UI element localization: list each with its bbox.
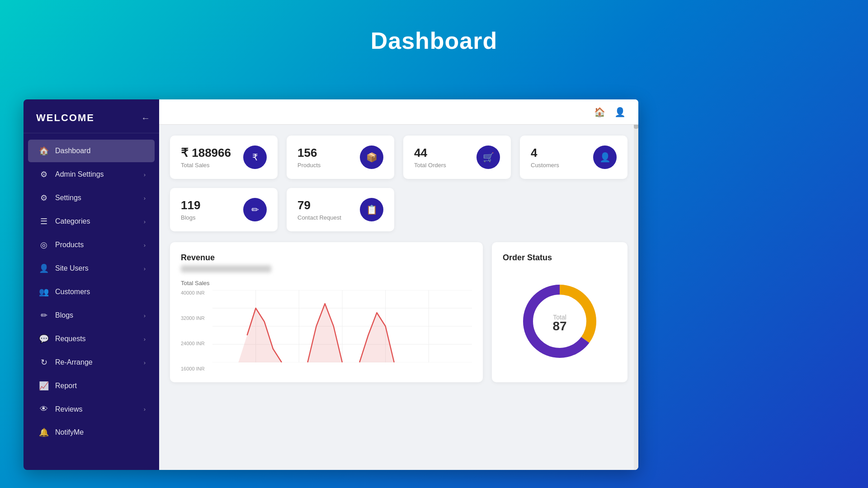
stat-value2-blogs: 119 [181,198,200,212]
nav-label-categories: Categories [55,217,90,225]
stat-cards-row-2: 119 Blogs ✏ 79 Contact Request 📋 [170,188,627,231]
stat-card2-blogs: 119 Blogs ✏ [170,188,278,231]
stat-label-products: Products [297,162,321,169]
user-icon[interactable]: 👤 [614,107,626,117]
sidebar-item-products[interactable]: ◎ Products › [28,234,155,256]
sidebar-item-categories[interactable]: ☰ Categories › [28,210,155,233]
sidebar-item-re-arrange[interactable]: ↻ Re-Arrange › [28,351,155,374]
nav-item-left: ⚙ Admin Settings [39,169,104,179]
nav-icon-requests: 💬 [39,334,49,344]
stat-card-customers: 4 Customers 👤 [520,136,627,179]
nav-chevron-reviews: › [144,406,146,413]
nav-chevron-re-arrange: › [144,359,146,366]
stat-label2-blogs: Blogs [181,214,200,221]
stat-card-total-orders: 44 Total Orders 🛒 [403,136,511,179]
nav-icon-admin-settings: ⚙ [39,169,49,179]
scrollbar-track[interactable] [634,99,638,470]
nav-label-products: Products [55,241,84,249]
revenue-sub-label: Total Sales [181,280,472,286]
stat-icon2-contact-request: 📋 [360,198,383,221]
nav-chevron-site-users: › [144,265,146,272]
sidebar-item-admin-settings[interactable]: ⚙ Admin Settings › [28,163,155,186]
nav-label-settings: Settings [55,194,81,202]
nav-label-customers: Customers [55,288,90,296]
sidebar-back-icon[interactable]: ← [141,113,150,123]
sidebar-item-dashboard[interactable]: 🏠 Dashboard [28,140,155,162]
stat-info2-contact-request: 79 Contact Request [297,198,341,221]
nav-icon-customers: 👥 [39,287,49,297]
stat-icon-total-orders: 🛒 [476,145,500,169]
sidebar-item-report[interactable]: 📈 Report [28,375,155,397]
nav-item-left: 👥 Customers [39,287,90,297]
stat-label-customers: Customers [531,162,559,169]
nav-icon-settings: ⚙ [39,193,49,203]
nav-item-left: ◎ Products [39,240,84,250]
stat-value-products: 156 [297,146,321,160]
nav-item-left: ☰ Categories [39,216,90,226]
nav-chevron-admin-settings: › [144,171,146,178]
sidebar-header: WELCOME ← [24,99,159,133]
app-window: WELCOME ← 🏠 Dashboard ⚙ Admin Settings ›… [24,99,638,470]
revenue-blur-bar [181,265,271,272]
nav-chevron-blogs: › [144,312,146,319]
sidebar-nav: 🏠 Dashboard ⚙ Admin Settings › ⚙ Setting… [24,133,159,450]
page-title: Dashboard [0,0,868,54]
nav-label-dashboard: Dashboard [55,147,90,155]
stat-value-total-sales: ₹ 188966 [181,146,231,160]
stat-info-total-sales: ₹ 188966 Total Sales [181,146,231,169]
stat-card-products: 156 Products 📦 [287,136,394,179]
nav-label-site-users: Site Users [55,264,89,272]
nav-item-left: ↻ Re-Arrange [39,357,93,367]
nav-item-left: 👤 Site Users [39,263,89,273]
nav-label-notifyme: NotifyMe [55,428,84,436]
stat-label2-contact-request: Contact Request [297,214,341,221]
nav-icon-dashboard: 🏠 [39,146,49,156]
revenue-chart: 40000 INR32000 INR24000 INR16000 INR [181,290,472,371]
nav-icon-re-arrange: ↻ [39,357,49,367]
sidebar-item-settings[interactable]: ⚙ Settings › [28,187,155,209]
nav-icon-site-users: 👤 [39,263,49,273]
nav-icon-blogs: ✏ [39,310,49,320]
sidebar-item-notifyme[interactable]: 🔔 NotifyMe [28,421,155,444]
stat-value-total-orders: 44 [414,146,446,160]
stat-label-total-orders: Total Orders [414,162,446,169]
sidebar-item-requests[interactable]: 💬 Requests › [28,328,155,350]
content-body: ₹ 188966 Total Sales ₹ 156 Products 📦 44… [159,125,638,393]
svg-text:87: 87 [552,319,566,333]
revenue-card: Revenue Total Sales 40000 INR32000 INR24… [170,242,483,382]
nav-item-left: 🏠 Dashboard [39,146,90,156]
nav-label-admin-settings: Admin Settings [55,170,104,178]
stat-info-products: 156 Products [297,146,321,169]
sidebar-item-reviews[interactable]: 👁 Reviews › [28,398,155,420]
sidebar: WELCOME ← 🏠 Dashboard ⚙ Admin Settings ›… [24,99,159,470]
nav-icon-notifyme: 🔔 [39,427,49,437]
order-status-card: Order Status Total [492,242,627,382]
stat-info2-blogs: 119 Blogs [181,198,200,221]
nav-chevron-requests: › [144,336,146,343]
stat-value2-contact-request: 79 [297,198,341,212]
donut-container: Total 87 [503,276,617,366]
stat-icon-total-sales: ₹ [243,145,267,169]
donut-wrapper: Total 87 [514,276,605,366]
sidebar-brand: WELCOME [36,112,94,124]
nav-label-report: Report [55,382,77,390]
stat-value-customers: 4 [531,146,559,160]
nav-icon-reviews: 👁 [39,404,49,414]
nav-item-left: 💬 Requests [39,334,86,344]
nav-item-left: 📈 Report [39,381,77,391]
stat-label-total-sales: Total Sales [181,162,231,169]
nav-icon-products: ◎ [39,240,49,250]
bottom-section: Revenue Total Sales 40000 INR32000 INR24… [170,242,627,382]
sidebar-item-site-users[interactable]: 👤 Site Users › [28,257,155,280]
nav-label-reviews: Reviews [55,405,82,413]
stat-info-total-orders: 44 Total Orders [414,146,446,169]
home-icon[interactable]: 🏠 [594,107,605,117]
topbar: 🏠 👤 [159,99,638,125]
stat-info-customers: 4 Customers [531,146,559,169]
order-status-title: Order Status [503,253,617,263]
nav-item-left: ✏ Blogs [39,310,73,320]
nav-chevron-categories: › [144,218,146,225]
sidebar-item-customers[interactable]: 👥 Customers [28,281,155,303]
sidebar-item-blogs[interactable]: ✏ Blogs › [28,304,155,327]
main-content: 🏠 👤 ₹ 188966 Total Sales ₹ 156 Products … [159,99,638,470]
